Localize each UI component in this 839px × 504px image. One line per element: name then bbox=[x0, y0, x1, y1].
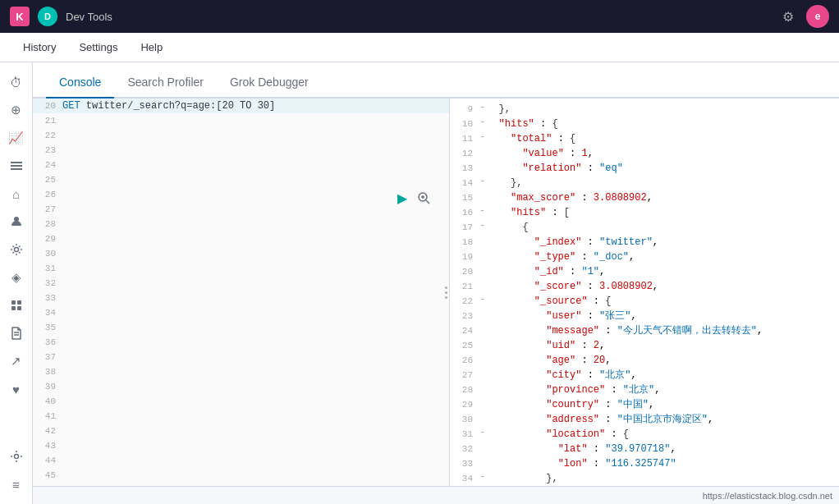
output-line-12: 12 "value" : 1, bbox=[450, 146, 839, 161]
output-line-9: 9 - }, bbox=[450, 102, 839, 117]
output-line-20: 20 "_id" : "1", bbox=[450, 264, 839, 279]
editor-line-32: 32 bbox=[33, 276, 449, 291]
tab-search-profiler[interactable]: Search Profiler bbox=[114, 67, 217, 99]
editor-line-30: 30 bbox=[33, 246, 449, 261]
output-line-15: 15 "max_score" : 3.0808902, bbox=[450, 190, 839, 205]
editor-line-21: 21 bbox=[33, 113, 449, 128]
editor-line-36: 36 bbox=[33, 335, 449, 350]
output-line-19: 19 "_type" : "_doc", bbox=[450, 250, 839, 264]
editor-panel: 20 GET twitter/_search?q=age:[20 TO 30] … bbox=[33, 99, 450, 486]
editor-toolbar: ▶ bbox=[393, 189, 433, 207]
sidebar-chart-icon[interactable]: 📈 bbox=[3, 125, 30, 151]
editor-line-20: 20 GET twitter/_search?q=age:[20 TO 30] bbox=[33, 99, 449, 113]
nav-tabs: History Settings Help bbox=[0, 33, 839, 62]
svg-rect-1 bbox=[11, 165, 22, 167]
svg-rect-6 bbox=[17, 300, 21, 305]
sidebar-user-icon[interactable] bbox=[3, 208, 30, 235]
output-line-23: 23 "user" : "张三", bbox=[450, 309, 839, 323]
nav-tab-help[interactable]: Help bbox=[131, 36, 172, 58]
svg-rect-8 bbox=[17, 306, 21, 310]
output-line-14: 14 - }, bbox=[450, 176, 839, 190]
output-line-26: 26 "age" : 20, bbox=[450, 353, 839, 368]
sidebar: ⏱ ⊕ 📈 ⌂ ◈ ↗ ♥ ≡ bbox=[0, 62, 33, 504]
svg-rect-5 bbox=[11, 300, 16, 305]
nav-tab-settings[interactable]: Settings bbox=[69, 36, 127, 58]
editor-line-45: 45 bbox=[33, 468, 449, 483]
run-button[interactable]: ▶ bbox=[393, 189, 411, 207]
output-line-16: 16 - "hits" : [ bbox=[450, 205, 839, 220]
output-line-32: 32 "lat" : "39.970718", bbox=[450, 442, 839, 456]
top-bar: K D Dev Tools ⚙ e bbox=[0, 0, 839, 33]
editor-line-42: 42 bbox=[33, 424, 449, 438]
editor-line-38: 38 bbox=[33, 364, 449, 379]
editor-line-25: 25 bbox=[33, 172, 449, 187]
top-bar-right: ⚙ e bbox=[777, 5, 829, 28]
tab-console[interactable]: Console bbox=[46, 67, 114, 99]
editor-line-43: 43 bbox=[33, 438, 449, 453]
editor-line-39: 39 bbox=[33, 379, 449, 394]
editor-line-27: 27 bbox=[33, 202, 449, 217]
line-content-20: GET twitter/_search?q=age:[20 TO 30] bbox=[62, 99, 446, 113]
output-line-30: 30 "address" : "中国北京市海淀区", bbox=[450, 412, 839, 427]
sidebar-build-icon[interactable] bbox=[3, 292, 30, 318]
sidebar-puzzle-icon[interactable]: ◈ bbox=[3, 264, 30, 291]
inspect-button[interactable] bbox=[415, 189, 433, 207]
sidebar-home-icon[interactable]: ⌂ bbox=[3, 181, 30, 207]
sidebar-settings-icon[interactable] bbox=[3, 443, 30, 470]
editor-line-44: 44 bbox=[33, 453, 449, 468]
svg-rect-2 bbox=[11, 168, 22, 170]
sidebar-heart-icon[interactable]: ♥ bbox=[3, 376, 30, 402]
output-line-21: 21 "_score" : 3.0808902, bbox=[450, 279, 839, 294]
sidebar-doc-icon[interactable] bbox=[3, 320, 30, 346]
svg-rect-7 bbox=[11, 306, 16, 310]
svg-point-11 bbox=[14, 455, 18, 459]
svg-line-13 bbox=[426, 200, 429, 204]
sidebar-search-icon[interactable]: ⊕ bbox=[3, 97, 30, 123]
sidebar-clock-icon[interactable]: ⏱ bbox=[3, 69, 30, 95]
output-line-34: 34 - }, bbox=[450, 471, 839, 486]
output-line-25: 25 "uid" : 2, bbox=[450, 338, 839, 353]
status-bar: https://elasticstack.blog.csdn.net bbox=[33, 486, 839, 504]
output-line-18: 18 "_index" : "twitter", bbox=[450, 235, 839, 250]
sidebar-list-icon[interactable] bbox=[3, 153, 30, 179]
output-line-11: 11 - "total" : { bbox=[450, 131, 839, 146]
sidebar-more-icon[interactable]: ≡ bbox=[3, 471, 30, 497]
editor-line-35: 35 bbox=[33, 320, 449, 335]
output-line-13: 13 "relation" : "eq" bbox=[450, 161, 839, 176]
editor-line-22: 22 bbox=[33, 128, 449, 143]
line-num-20: 20 bbox=[36, 99, 62, 113]
output-panel: 9 - }, 10 - "hits" : { 11 - "total" : { … bbox=[450, 99, 839, 486]
svg-point-4 bbox=[14, 248, 18, 252]
svg-rect-0 bbox=[11, 162, 22, 163]
output-line-10: 10 - "hits" : { bbox=[450, 117, 839, 131]
output-line-31: 31 - "location" : { bbox=[450, 427, 839, 442]
editor-line-28: 28 bbox=[33, 217, 449, 231]
sidebar-gear-icon[interactable] bbox=[3, 236, 30, 263]
editor-line-41: 41 bbox=[33, 409, 449, 424]
sidebar-arrow-icon[interactable]: ↗ bbox=[3, 348, 30, 374]
output-line-24: 24 "message" : "今儿天气不错啊，出去转转去", bbox=[450, 323, 839, 338]
sub-tabs: Console Search Profiler Grok Debugger bbox=[33, 62, 839, 99]
user-avatar[interactable]: e bbox=[806, 5, 829, 28]
editor-output: 20 GET twitter/_search?q=age:[20 TO 30] … bbox=[33, 99, 839, 486]
app-icon: D bbox=[38, 7, 57, 26]
editor-line-40: 40 bbox=[33, 394, 449, 409]
editor-line-37: 37 bbox=[33, 350, 449, 364]
resize-dots bbox=[445, 286, 447, 299]
settings-icon[interactable]: ⚙ bbox=[777, 5, 800, 28]
nav-tab-history[interactable]: History bbox=[13, 36, 66, 58]
output-line-29: 29 "country" : "中国", bbox=[450, 397, 839, 412]
output-line-28: 28 "province" : "北京", bbox=[450, 383, 839, 397]
app-title: Dev Tools bbox=[66, 11, 768, 23]
editor-line-26: 26 bbox=[33, 187, 449, 202]
editor-line-23: 23 bbox=[33, 143, 449, 158]
editor-content[interactable]: 20 GET twitter/_search?q=age:[20 TO 30] … bbox=[33, 99, 449, 486]
output-line-33: 33 "lon" : "116.325747" bbox=[450, 456, 839, 471]
tab-grok-debugger[interactable]: Grok Debugger bbox=[217, 67, 322, 99]
content-area: Console Search Profiler Grok Debugger 20… bbox=[33, 62, 839, 504]
editor-line-33: 33 bbox=[33, 291, 449, 305]
resize-handle[interactable] bbox=[442, 99, 449, 486]
editor-line-29: 29 bbox=[33, 231, 449, 246]
kibana-logo: K bbox=[10, 7, 30, 26]
output-line-27: 27 "city" : "北京", bbox=[450, 368, 839, 383]
